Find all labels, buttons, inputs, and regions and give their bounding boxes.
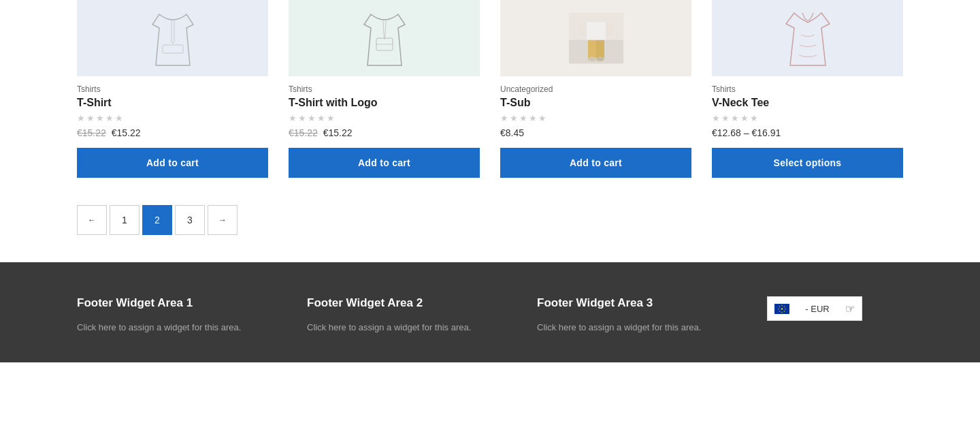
footer-grid: Footer Widget Area 1 Click here to assig… <box>77 296 903 335</box>
svg-point-13 <box>781 308 783 309</box>
footer-widget-3-title: Footer Widget Area 3 <box>537 296 740 310</box>
svg-point-15 <box>785 308 785 309</box>
add-to-cart-button-1[interactable]: Add to cart <box>77 148 268 178</box>
footer-widget-1-title: Footer Widget Area 1 <box>77 296 280 310</box>
footer-widget-3: Footer Widget Area 3 Click here to assig… <box>537 296 740 335</box>
svg-rect-10 <box>578 22 586 36</box>
footer-widget-2-text: Click here to assign a widget for this a… <box>307 321 510 335</box>
svg-point-8 <box>596 57 604 61</box>
svg-rect-0 <box>163 45 183 53</box>
product-card-1: Tshirts T-Shirt ★ ★ ★ ★ ★ €15.22 €15.22 … <box>77 0 268 178</box>
products-section: Tshirts T-Shirt ★ ★ ★ ★ ★ €15.22 €15.22 … <box>0 0 980 262</box>
svg-point-14 <box>784 306 785 307</box>
svg-point-7 <box>588 57 596 61</box>
svg-point-19 <box>778 308 779 309</box>
svg-rect-6 <box>596 37 604 58</box>
product-stars-1: ★ ★ ★ ★ ★ <box>77 113 268 123</box>
product-category-3: Uncategorized <box>500 84 691 94</box>
currency-label: - EUR <box>805 304 829 314</box>
pagination-prev[interactable]: ← <box>77 205 107 235</box>
svg-point-21 <box>781 304 782 305</box>
footer-widget-1-text: Click here to assign a widget for this a… <box>77 321 280 335</box>
product-name-4: V-Neck Tee <box>712 97 903 109</box>
product-image-4 <box>712 0 903 76</box>
footer-widget-2: Footer Widget Area 2 Click here to assig… <box>307 296 510 335</box>
footer-widget-3-text: Click here to assign a widget for this a… <box>537 321 740 335</box>
product-stars-3: ★ ★ ★ ★ ★ <box>500 113 691 123</box>
footer-widget-1: Footer Widget Area 1 Click here to assig… <box>77 296 280 335</box>
product-image-1 <box>77 0 268 76</box>
product-image-2 <box>289 0 480 76</box>
svg-rect-5 <box>588 37 596 58</box>
product-image-3 <box>500 0 691 76</box>
product-card-2: Tshirts T-Shirt with Logo ★ ★ ★ ★ ★ €15.… <box>289 0 480 178</box>
product-price-4: €12.68 – €16.91 <box>712 127 903 138</box>
footer-currency-area: - EUR ☞ <box>767 296 903 335</box>
product-stars-4: ★ ★ ★ ★ ★ <box>712 113 903 123</box>
product-name-3: T-Sub <box>500 97 691 109</box>
svg-point-17 <box>781 311 782 312</box>
product-stars-2: ★ ★ ★ ★ ★ <box>289 113 480 123</box>
svg-point-18 <box>779 311 780 311</box>
svg-rect-11 <box>606 22 613 36</box>
product-price-3: €8.45 <box>500 127 691 138</box>
pagination-next[interactable]: → <box>208 205 238 235</box>
product-category-4: Tshirts <box>712 84 903 94</box>
pagination: ← 1 2 3 → <box>77 205 903 235</box>
pagination-page-2[interactable]: 2 <box>142 205 172 235</box>
product-card-4: Tshirts V-Neck Tee ★ ★ ★ ★ ★ €12.68 – €1… <box>712 0 903 178</box>
product-category-1: Tshirts <box>77 84 268 94</box>
cursor-hand-icon: ☞ <box>845 302 855 315</box>
select-options-button-4[interactable]: Select options <box>712 148 903 178</box>
svg-rect-9 <box>586 22 606 40</box>
currency-selector[interactable]: - EUR ☞ <box>767 296 862 321</box>
product-name-2: T-Shirt with Logo <box>289 97 480 109</box>
products-grid: Tshirts T-Shirt ★ ★ ★ ★ ★ €15.22 €15.22 … <box>77 0 903 178</box>
pagination-page-1[interactable]: 1 <box>110 205 140 235</box>
svg-point-16 <box>784 311 785 311</box>
footer-widget-2-title: Footer Widget Area 2 <box>307 296 510 310</box>
pagination-page-3[interactable]: 3 <box>175 205 205 235</box>
add-to-cart-button-2[interactable]: Add to cart <box>289 148 480 178</box>
product-category-2: Tshirts <box>289 84 480 94</box>
add-to-cart-button-3[interactable]: Add to cart <box>500 148 691 178</box>
eu-flag-icon <box>774 304 789 314</box>
product-card-3: Uncategorized T-Sub ★ ★ ★ ★ ★ €8.45 Add … <box>500 0 691 178</box>
footer: Footer Widget Area 1 Click here to assig… <box>0 262 980 362</box>
product-price-1: €15.22 €15.22 <box>77 127 268 138</box>
product-price-2: €15.22 €15.22 <box>289 127 480 138</box>
product-name-1: T-Shirt <box>77 97 268 109</box>
svg-point-20 <box>779 306 780 307</box>
